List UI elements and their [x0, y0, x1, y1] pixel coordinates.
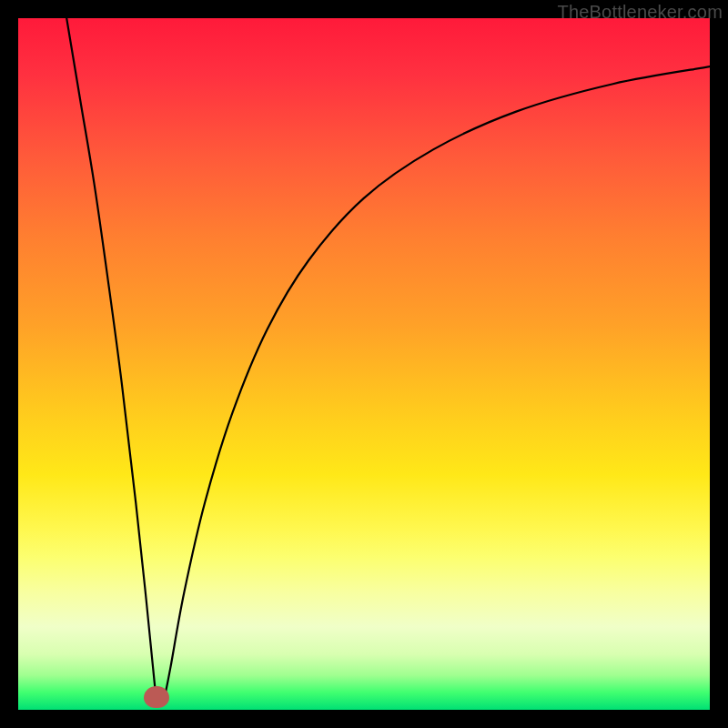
plot-area — [18, 18, 710, 710]
optimum-marker — [144, 686, 169, 708]
curve-left-branch — [66, 18, 157, 703]
chart-frame: TheBottleneker.com — [0, 0, 728, 728]
bottleneck-curve — [18, 18, 710, 710]
curve-right-branch — [164, 66, 710, 703]
watermark-text: TheBottleneker.com — [558, 2, 723, 23]
